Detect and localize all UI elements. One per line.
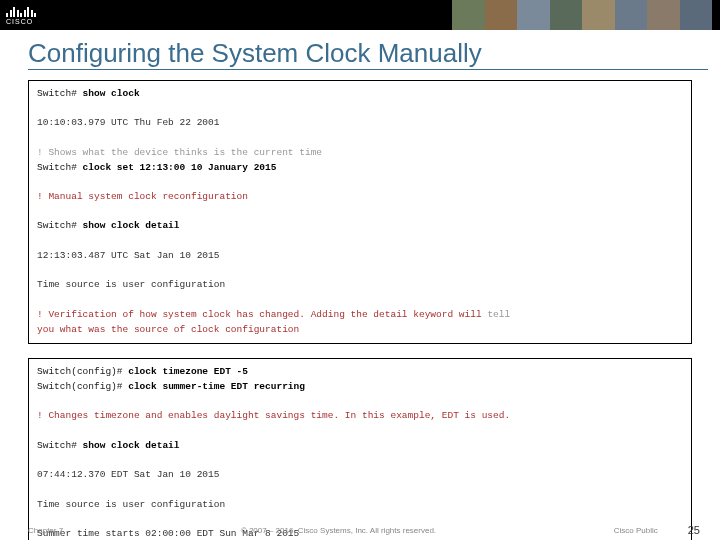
slide-content: Switch# show clock 10:10:03.979 UTC Thu … <box>0 80 720 540</box>
cli-command: show clock detail <box>83 220 180 231</box>
cli-command: clock summer-time EDT recurring <box>128 381 305 392</box>
cli-command: clock set 12:13:00 10 January 2015 <box>83 162 277 173</box>
cisco-logo: CISCO <box>6 5 36 25</box>
cli-prompt: Switch# <box>37 162 83 173</box>
cli-prompt: Switch(config)# <box>37 381 128 392</box>
cli-command: clock timezone EDT -5 <box>128 366 248 377</box>
cli-comment: ! Verification of how system clock has c… <box>37 309 487 320</box>
footer-public: Cisco Public <box>614 526 658 535</box>
cli-comment: ! Changes timezone and enables daylight … <box>37 409 683 424</box>
page-title: Configuring the System Clock Manually <box>28 30 708 70</box>
banner-photo-strip <box>452 0 712 30</box>
cli-output: 10:10:03.979 UTC Thu Feb 22 2001 <box>37 116 683 131</box>
cli-prompt: Switch# <box>37 220 83 231</box>
cli-command: show clock detail <box>83 440 180 451</box>
slide-footer: Chapter 7 © 2007 – 2016, Cisco Systems, … <box>0 524 720 536</box>
footer-page-number: 25 <box>688 524 700 536</box>
cisco-logo-text: CISCO <box>6 18 36 25</box>
terminal-box-2: Switch(config)# clock timezone EDT -5 Sw… <box>28 358 692 540</box>
cli-comment: you what was the source of clock configu… <box>37 323 683 338</box>
cli-prompt: Switch# <box>37 88 83 99</box>
cli-output: 07:44:12.370 EDT Sat Jan 10 2015 <box>37 468 683 483</box>
top-bar: CISCO <box>0 0 720 30</box>
cli-output: Time source is user configuration <box>37 498 683 513</box>
cli-command: show clock <box>83 88 140 99</box>
cli-comment: ! Shows what the device thinks is the cu… <box>37 146 683 161</box>
cisco-logo-icon <box>6 5 36 17</box>
cli-prompt: Switch# <box>37 440 83 451</box>
cli-prompt: Switch(config)# <box>37 366 128 377</box>
cli-output: Time source is user configuration <box>37 278 683 293</box>
cli-comment: ! Manual system clock reconfiguration <box>37 190 683 205</box>
footer-chapter: Chapter 7 <box>28 526 63 535</box>
footer-copyright: © 2007 – 2016, Cisco Systems, Inc. All r… <box>63 526 614 535</box>
cli-comment-faded: tell <box>487 309 510 320</box>
cli-output: 12:13:03.487 UTC Sat Jan 10 2015 <box>37 249 683 264</box>
terminal-box-1: Switch# show clock 10:10:03.979 UTC Thu … <box>28 80 692 344</box>
